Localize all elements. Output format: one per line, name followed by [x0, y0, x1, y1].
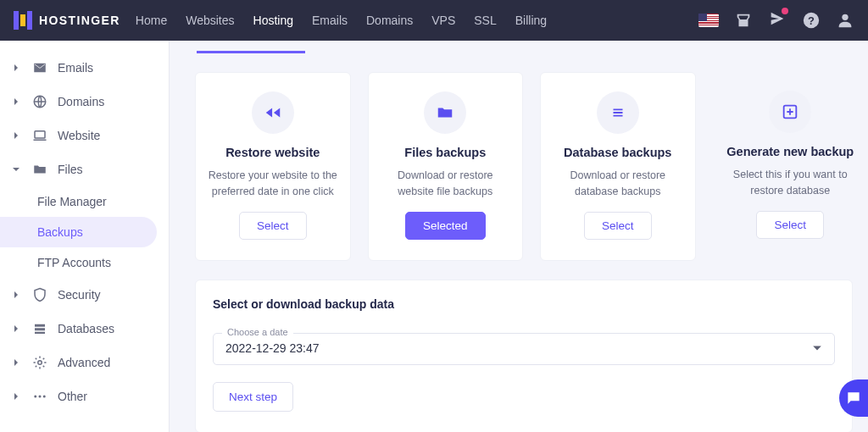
- svg-point-9: [34, 396, 36, 398]
- sidebar-item-label: Security: [58, 288, 157, 302]
- top-nav: Home Websites Hosting Emails Domains VPS…: [136, 14, 547, 27]
- selected-files-button[interactable]: Selected: [405, 212, 486, 240]
- chevron-right-icon: [12, 324, 20, 333]
- sidebar-sub-backups[interactable]: Backups: [0, 217, 157, 247]
- dots-icon: [32, 389, 47, 404]
- nav-hosting[interactable]: Hosting: [253, 14, 293, 27]
- brand-logo[interactable]: HOSTINGER: [14, 11, 120, 30]
- chat-icon: [845, 390, 862, 407]
- globe-icon: [32, 94, 47, 109]
- nav-emails[interactable]: Emails: [312, 14, 348, 27]
- brand-name: HOSTINGER: [39, 14, 120, 27]
- svg-point-10: [39, 396, 42, 398]
- sidebar-item-label: Databases: [58, 322, 157, 335]
- card-title: Generate new backup: [725, 145, 856, 158]
- account-icon[interactable]: [836, 11, 854, 30]
- sidebar-item-label: Advanced: [58, 356, 157, 369]
- sidebar: Emails Domains Website Files File Manage…: [0, 41, 170, 432]
- date-select-label: Choose a date: [222, 327, 293, 337]
- top-bar: HOSTINGER Home Websites Hosting Emails D…: [0, 0, 868, 41]
- svg-point-8: [38, 361, 42, 365]
- svg-rect-5: [35, 324, 45, 327]
- backup-data-panel: Select or download backup data Choose a …: [195, 280, 853, 432]
- panel-title: Select or download backup data: [213, 297, 835, 311]
- nav-ssl[interactable]: SSL: [474, 14, 496, 27]
- chevron-down-icon: [812, 341, 822, 357]
- backup-option-cards: Restore website Restore your website to …: [195, 72, 868, 261]
- svg-rect-6: [35, 328, 45, 330]
- select-generate-button[interactable]: Select: [756, 211, 824, 239]
- card-title: Database backups: [553, 146, 683, 159]
- laptop-icon: [32, 128, 47, 143]
- chevron-right-icon: [12, 131, 20, 140]
- list-icon: [597, 91, 639, 134]
- card-desc: Download or restore website file backups: [381, 168, 511, 200]
- mail-icon: [32, 60, 47, 75]
- nav-billing[interactable]: Billing: [515, 14, 547, 27]
- card-desc: Restore your website to the preferred da…: [208, 168, 338, 200]
- card-generate-backup: Generate new backup Select this if you w…: [713, 72, 868, 261]
- store-icon[interactable]: [734, 11, 753, 30]
- sidebar-item-label: Emails: [58, 61, 157, 75]
- card-database-backups: Database backups Download or restore dat…: [540, 72, 696, 261]
- nav-websites[interactable]: Websites: [186, 14, 234, 27]
- svg-point-2: [842, 14, 848, 20]
- sidebar-item-emails[interactable]: Emails: [0, 51, 169, 85]
- chevron-right-icon: [12, 291, 20, 299]
- chevron-right-icon: [12, 97, 20, 106]
- flag-us-icon[interactable]: [698, 14, 719, 27]
- notification-dot: [782, 8, 788, 14]
- top-right: ?: [698, 9, 854, 31]
- shield-icon: [32, 287, 47, 302]
- plus-square-icon: [769, 91, 811, 133]
- svg-rect-4: [35, 131, 45, 138]
- sidebar-item-label: Files: [58, 163, 157, 176]
- sidebar-item-domains[interactable]: Domains: [0, 85, 169, 119]
- select-database-button[interactable]: Select: [584, 212, 652, 240]
- sidebar-item-files[interactable]: Files: [0, 152, 169, 186]
- nav-home[interactable]: Home: [136, 14, 167, 27]
- chevron-right-icon: [12, 64, 20, 72]
- chevron-right-icon: [12, 358, 20, 367]
- sidebar-item-label: Other: [58, 390, 157, 403]
- sidebar-item-label: Website: [58, 129, 157, 142]
- folder-icon: [424, 91, 466, 134]
- nav-vps[interactable]: VPS: [431, 14, 455, 27]
- rewind-icon: [252, 91, 294, 134]
- folder-icon: [32, 162, 47, 177]
- date-select-value: 2022-12-29 23:47: [225, 341, 320, 355]
- sidebar-item-security[interactable]: Security: [0, 278, 169, 312]
- sidebar-item-advanced[interactable]: Advanced: [0, 346, 169, 379]
- card-restore-website: Restore website Restore your website to …: [195, 72, 351, 261]
- card-desc: Download or restore database backups: [553, 168, 683, 200]
- sidebar-item-website[interactable]: Website: [0, 119, 169, 152]
- chevron-down-icon: [12, 165, 20, 174]
- chevron-right-icon: [12, 392, 20, 401]
- card-title: Files backups: [381, 146, 511, 159]
- nav-domains[interactable]: Domains: [366, 14, 413, 27]
- card-title: Restore website: [208, 146, 338, 159]
- sidebar-sub-file-manager[interactable]: File Manager: [0, 186, 169, 217]
- sidebar-sub-ftp-accounts[interactable]: FTP Accounts: [0, 247, 169, 278]
- logo-mark: [14, 11, 32, 30]
- select-restore-button[interactable]: Select: [239, 212, 307, 240]
- sidebar-item-label: Domains: [58, 95, 157, 108]
- active-tab-indicator: [197, 51, 305, 53]
- card-files-backups: Files backups Download or restore websit…: [368, 72, 524, 261]
- notifications-icon[interactable]: [768, 9, 787, 31]
- date-select[interactable]: Choose a date 2022-12-29 23:47: [213, 333, 835, 365]
- card-desc: Select this if you want to restore datab…: [725, 167, 856, 199]
- svg-rect-7: [35, 332, 45, 334]
- main-content: Restore website Restore your website to …: [170, 41, 868, 432]
- help-icon[interactable]: ?: [802, 11, 821, 30]
- svg-point-11: [43, 396, 46, 398]
- svg-text:?: ?: [808, 14, 815, 27]
- database-icon: [32, 321, 47, 336]
- next-step-button[interactable]: Next step: [213, 382, 293, 412]
- gear-icon: [32, 355, 47, 370]
- sidebar-item-other[interactable]: Other: [0, 379, 169, 413]
- sidebar-item-databases[interactable]: Databases: [0, 312, 169, 346]
